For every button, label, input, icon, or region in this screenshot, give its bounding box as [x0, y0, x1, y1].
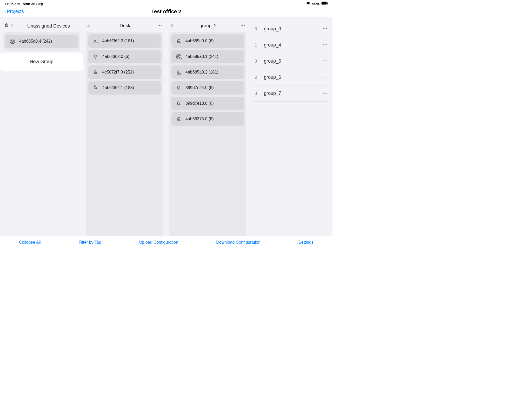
group-count: 3 [255, 59, 261, 64]
svg-rect-2 [322, 2, 327, 5]
column-count-unassigned: 1 [11, 23, 16, 29]
device-icon-touch [92, 37, 99, 45]
device-label: 4ab685a0.2 (181) [185, 70, 218, 75]
group-count: 3 [255, 26, 261, 32]
collapse-all-button[interactable]: Collapse All [16, 240, 43, 245]
svg-point-27 [177, 117, 180, 119]
svg-point-24 [177, 102, 180, 104]
group-count: 3 [255, 91, 261, 96]
column-header-unassigned: 1 Unassigned Devices [3, 21, 80, 32]
settings-button[interactable]: Settings [296, 240, 316, 245]
device-item[interactable]: 4ab685a0.2 (181) [171, 65, 244, 79]
device-item[interactable]: 4ab6f362.0 (6) [88, 50, 161, 63]
group-name: group_7 [264, 91, 320, 96]
device-icon-target-green [175, 53, 182, 60]
battery-icon [321, 2, 328, 6]
column-title-group2: group_2 [178, 23, 238, 29]
device-item[interactable]: 4ab6f362.2 (181) [88, 34, 161, 48]
device-icon-lamp5 [175, 115, 182, 123]
device-label: 4ab6f362.0 (6) [102, 54, 129, 59]
svg-rect-20 [177, 73, 181, 74]
group-menu[interactable]: ··· [323, 91, 327, 96]
upload-config-button[interactable]: Upload Configuration [137, 240, 181, 245]
column-header-group2: 6 group_2 ··· [169, 21, 246, 32]
svg-point-5 [12, 41, 13, 42]
svg-point-7 [94, 55, 97, 57]
svg-rect-1 [328, 3, 328, 4]
device-item[interactable]: 4ab685a0.4 (242) [5, 35, 78, 48]
group-menu[interactable]: ··· [323, 58, 327, 64]
device-label: 4ab685a0.4 (242) [19, 39, 52, 44]
green-dot-indicator [180, 58, 182, 60]
group-row: 1 group_4 ··· [252, 37, 329, 53]
svg-point-13 [94, 85, 95, 87]
svg-point-21 [177, 86, 180, 88]
device-icon-target [9, 38, 16, 45]
group-name: group_5 [264, 58, 320, 64]
column-desk: 4 Desk ··· 4ab6f362.2 (181) [83, 21, 166, 236]
status-time-date: 11:05 am Mon 30 Sep [4, 2, 43, 6]
device-icon-person-lamp [92, 84, 99, 91]
svg-point-14 [177, 39, 180, 42]
device-label: 4c5072f7.0 (251) [102, 70, 134, 75]
column-header-desk: 4 Desk ··· [86, 21, 163, 32]
group-row: 3 group_5 ··· [252, 53, 329, 69]
device-label: 4ab68375.0 (6) [185, 117, 214, 121]
new-group-button[interactable]: New Group [0, 53, 83, 71]
column-title-unassigned: Unassigned Devices [18, 23, 79, 29]
column-body-desk: 4ab6f362.2 (181) 4ab6f362.0 (6) [86, 32, 163, 236]
download-config-button[interactable]: Download Configuration [214, 240, 263, 245]
device-icon-lamp [92, 53, 99, 60]
group-menu[interactable]: ··· [323, 75, 327, 80]
group-row: 3 group_7 ··· [252, 85, 329, 102]
device-item[interactable]: 4ab685a0.1 (241) [171, 50, 244, 63]
wifi-icon [306, 2, 311, 6]
device-label: 399d7e24.0 (6) [185, 85, 214, 90]
back-chevron-icon: ‹ [4, 9, 6, 15]
column-group2: 6 group_2 ··· 4ab685a0.0 (6) [166, 21, 249, 236]
main-content: 1 Unassigned Devices 4ab685a0.4 (242) Ne… [0, 17, 332, 236]
column-count-desk: 4 [87, 23, 92, 29]
svg-rect-6 [94, 42, 97, 43]
status-time: 11:05 am [4, 2, 20, 6]
column-body-group2: 4ab685a0.0 (6) 4ab685a0.1 (241) [169, 32, 246, 236]
group-name: group_3 [264, 26, 320, 32]
column-menu-group2[interactable]: ··· [241, 23, 245, 29]
svg-point-19 [178, 56, 179, 57]
back-button[interactable]: ‹ Projects [4, 9, 24, 15]
device-icon-lamp [175, 37, 182, 45]
group-count: 2 [255, 75, 261, 80]
device-icon-lamp2 [92, 69, 99, 76]
back-label: Projects [7, 9, 24, 14]
column-menu-desk[interactable]: ··· [157, 23, 162, 29]
column-body-unassigned: 4ab685a0.4 (242) [3, 32, 80, 51]
column-title-desk: Desk [95, 23, 155, 29]
group-name: group_4 [264, 42, 320, 48]
filter-by-tag-button[interactable]: Filter by Tag [76, 240, 104, 245]
device-item[interactable]: 4c5072f7.0 (251) [88, 65, 161, 79]
device-icon-lamp4 [175, 100, 182, 107]
device-item[interactable]: 4ab68375.0 (6) [171, 112, 244, 126]
group-name: group_6 [264, 75, 320, 80]
device-item[interactable]: 399d7e24.0 (6) [171, 81, 244, 95]
status-date: Mon 30 Sep [23, 2, 43, 6]
device-label: 4ab685a0.0 (6) [185, 39, 214, 43]
battery-percent: 90% [312, 2, 320, 6]
device-item[interactable]: 399d7e13.0 (6) [171, 97, 244, 110]
device-label: 399d7e13.0 (6) [185, 101, 214, 106]
status-right: 90% [306, 2, 328, 6]
nav-bar: ‹ Projects Test office 2 [0, 7, 332, 17]
status-bar: 11:05 am Mon 30 Sep 90% [0, 0, 332, 7]
group-menu[interactable]: ··· [323, 42, 327, 48]
left-wrapper: 1 Unassigned Devices 4ab685a0.4 (242) Ne… [0, 21, 83, 236]
column-count-group2: 6 [170, 23, 176, 29]
group-row: 2 group_6 ··· [252, 69, 329, 85]
device-label: 4ab6f362.2 (181) [102, 39, 134, 43]
device-item[interactable]: 4ab685a0.0 (6) [171, 34, 244, 48]
refresh-icon[interactable] [4, 23, 9, 29]
device-item[interactable]: 4ab6f362.1 (183) [88, 81, 161, 95]
groups-panel: 3 group_3 ··· 1 group_4 ··· 3 group_5 ··… [249, 21, 332, 236]
group-row-header: 3 group_3 ··· [252, 21, 329, 37]
group-menu[interactable]: ··· [323, 26, 327, 32]
device-label: 4ab685a0.1 (241) [185, 54, 218, 59]
